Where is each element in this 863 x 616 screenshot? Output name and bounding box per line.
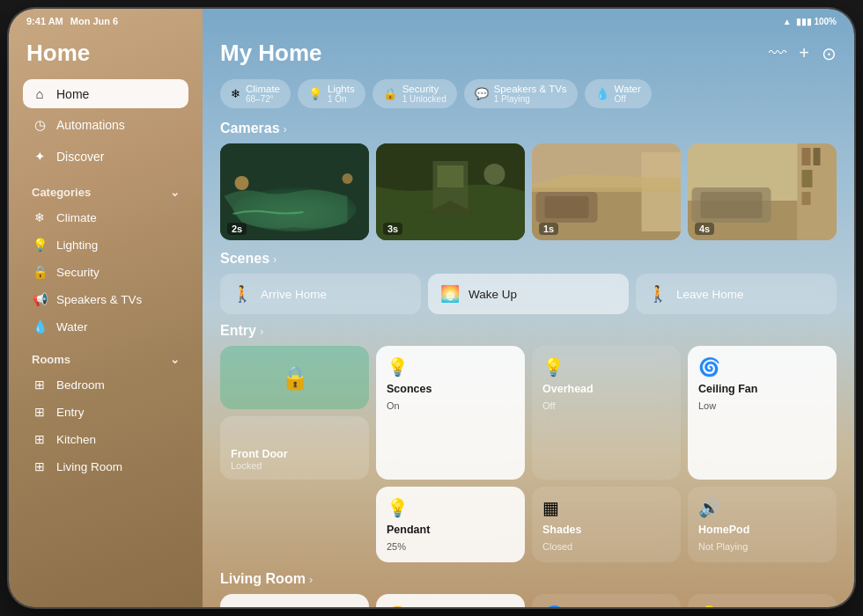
main-area: Home ⌂ Home ◷ Automations ✦ Discover Cat… xyxy=(9,9,854,607)
speakers-icon: 📢 xyxy=(32,292,48,306)
entry-label: Entry xyxy=(56,406,85,419)
sconces-card[interactable]: 💡 Sconces On xyxy=(376,346,525,480)
sidebar-item-home[interactable]: ⌂ Home xyxy=(23,79,188,108)
sidebar-item-discover[interactable]: ✦ Discover xyxy=(23,142,188,172)
camera-timer-3: 1s xyxy=(539,223,558,235)
categories-header: Categories ⌄ xyxy=(23,173,188,204)
lighting-label: Lighting xyxy=(56,238,98,252)
homepod-card[interactable]: 🔊 HomePod Not Playing xyxy=(688,487,837,562)
sidebar-item-kitchen[interactable]: ⊞ Kitchen xyxy=(23,426,188,452)
header-actions: 〰 + ⊙ xyxy=(769,43,837,64)
front-door-label-card[interactable]: Front Door Locked xyxy=(220,416,369,480)
ceiling-fan-name: Ceiling Fan xyxy=(698,383,826,395)
scene-arrive-home[interactable]: 🚶 Arrive Home xyxy=(220,274,421,314)
climate-icon: ❄ xyxy=(32,210,48,224)
pill-speakers-label: Speakers & TVs xyxy=(494,84,567,94)
pill-climate-sub: 68–72° xyxy=(246,94,280,104)
pendant-card[interactable]: 💡 Pendant 25% xyxy=(376,487,525,562)
camera-card-3[interactable]: 1s xyxy=(532,143,681,240)
living-room-section-header: Living Room › xyxy=(220,571,837,587)
automations-icon: ◷ xyxy=(32,117,48,133)
pill-climate-icon: ❄ xyxy=(231,87,240,100)
smart-fan-top: 🌀 xyxy=(542,605,670,607)
more-button[interactable]: ⊙ xyxy=(822,43,837,64)
pill-security-content: Security 1 Unlocked xyxy=(402,84,446,104)
water-icon: 💧 xyxy=(32,319,48,334)
overhead-card[interactable]: 💡 Overhead Off xyxy=(532,346,681,480)
sidebar-item-water[interactable]: 💧 Water xyxy=(23,313,188,340)
front-door-lock-card[interactable]: 🔒 xyxy=(220,346,369,409)
camera-card-2[interactable]: 3s xyxy=(376,143,525,240)
thermostat-temp: 68° xyxy=(231,605,358,607)
camera-timer-1: 2s xyxy=(227,223,247,235)
waveform-icon: 〰 xyxy=(769,43,786,62)
pill-lights[interactable]: 💡 Lights 1 On xyxy=(298,79,365,108)
overhead-name: Overhead xyxy=(542,383,670,395)
status-bar: 9:41 AM Mon Jun 6 ▲ ▮▮▮ 100% xyxy=(9,9,854,33)
thermostat-card[interactable]: 68° Thermostat Heating to 70 xyxy=(220,594,369,607)
entry-col1: 🔒 Front Door Locked xyxy=(220,346,369,480)
ceiling-lights-card[interactable]: 😊 Ceiling Lights 90% xyxy=(376,594,525,607)
sidebar-item-speakers[interactable]: 📢 Speakers & TVs xyxy=(23,286,188,312)
battery-icon: ▮▮▮ 100% xyxy=(796,17,837,26)
shades-status: Closed xyxy=(542,541,670,552)
livingroom-icon: ⊞ xyxy=(32,459,48,473)
homepod-icon: 🔊 xyxy=(698,497,720,518)
pendant-name: Pendant xyxy=(387,524,514,536)
cameras-section-header: Cameras › xyxy=(220,121,837,136)
pill-lights-label: Lights xyxy=(328,84,355,94)
sidebar-item-lighting[interactable]: 💡 Lighting xyxy=(23,231,188,258)
waveform-button[interactable]: 〰 xyxy=(769,43,786,63)
svg-rect-18 xyxy=(802,192,811,205)
sidebar-item-security[interactable]: 🔒 Security xyxy=(23,259,188,285)
pill-climate[interactable]: ❄ Climate 68–72° xyxy=(220,79,291,108)
camera-timer-2: 3s xyxy=(383,223,402,235)
categories-label: Categories xyxy=(32,186,91,199)
entry-section-title: Entry xyxy=(220,323,256,339)
arrive-home-label: Arrive Home xyxy=(261,288,327,301)
sidebar-item-bedroom[interactable]: ⊞ Bedroom xyxy=(23,371,188,398)
camera-card-4[interactable]: 4s xyxy=(688,143,837,240)
accent-lights-icon: 💡 xyxy=(698,605,720,607)
pill-climate-label: Climate xyxy=(246,84,280,94)
shades-card[interactable]: ▦ Shades Closed xyxy=(532,487,681,562)
pill-lights-sub: 1 On xyxy=(328,94,355,104)
entry-icon: ⊞ xyxy=(32,405,48,419)
pill-speakers-icon: 💬 xyxy=(475,87,489,100)
scenes-section-header: Scenes › xyxy=(220,251,837,267)
pill-speakers[interactable]: 💬 Speakers & TVs 1 Playing xyxy=(464,79,578,108)
add-button[interactable]: + xyxy=(799,43,809,63)
camera-card-1[interactable]: 2s xyxy=(220,143,369,240)
pill-water[interactable]: 💧 Water Off xyxy=(585,79,652,108)
scenes-section-title: Scenes xyxy=(220,251,269,267)
living-room-section-title: Living Room xyxy=(220,571,306,587)
sidebar-item-entry[interactable]: ⊞ Entry xyxy=(23,399,188,425)
smart-fan-card[interactable]: 🌀 Smart Fan Off xyxy=(532,594,681,607)
front-door-status: Locked xyxy=(231,460,358,471)
overhead-status: Off xyxy=(542,400,670,411)
svg-point-7 xyxy=(484,164,505,185)
sidebar-item-automations[interactable]: ◷ Automations xyxy=(23,110,188,140)
pill-water-content: Water Off xyxy=(615,84,641,104)
rooms-chevron: ⌄ xyxy=(170,353,180,366)
shades-top: ▦ xyxy=(542,497,670,518)
leave-home-icon: 🚶 xyxy=(648,284,668,304)
pendant-top: 💡 xyxy=(387,497,514,518)
entry-grid: 🔒 Front Door Locked 💡 Sconces On xyxy=(220,346,837,562)
sidebar-item-climate[interactable]: ❄ Climate xyxy=(23,204,188,231)
ceiling-fan-card[interactable]: 🌀 Ceiling Fan Low xyxy=(688,346,837,480)
accent-lights-card[interactable]: 💡 Accent Lights Off xyxy=(688,594,837,607)
svg-rect-11 xyxy=(545,196,589,218)
accent-lights-top: 💡 xyxy=(698,605,826,607)
sconces-card-top: 💡 xyxy=(387,356,514,378)
cameras-row: 2s 3s xyxy=(220,143,837,240)
wake-up-label: Wake Up xyxy=(468,288,517,301)
scene-leave-home[interactable]: 🚶 Leave Home xyxy=(636,274,837,314)
discover-icon: ✦ xyxy=(32,149,48,165)
climate-label: Climate xyxy=(56,211,97,224)
scene-wake-up[interactable]: 🌅 Wake Up xyxy=(428,274,629,314)
pill-security[interactable]: 🔒 Security 1 Unlocked xyxy=(372,79,457,108)
sidebar-title: Home xyxy=(23,40,188,67)
sidebar-item-livingroom[interactable]: ⊞ Living Room xyxy=(23,453,188,480)
category-pills: ❄ Climate 68–72° 💡 Lights 1 On 🔒 xyxy=(220,79,837,108)
